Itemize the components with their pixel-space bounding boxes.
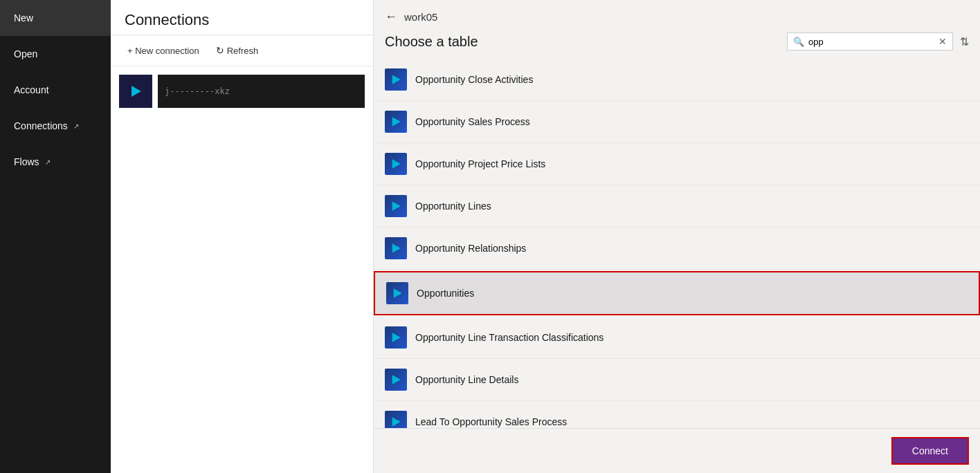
connections-header: Connections bbox=[111, 0, 373, 35]
sidebar-item-new-label: New bbox=[14, 12, 33, 24]
connections-external-icon: ↗ bbox=[73, 122, 79, 130]
play-icon bbox=[390, 200, 402, 212]
search-icon: 🔍 bbox=[793, 37, 804, 47]
table-icon bbox=[385, 153, 407, 175]
table-icon bbox=[385, 369, 407, 391]
connection-item[interactable]: j---------xkz bbox=[119, 75, 365, 108]
table-list-item[interactable]: Opportunity Relationships bbox=[374, 228, 980, 270]
sidebar-item-connections-label: Connections bbox=[14, 120, 68, 131]
sidebar-item-flows[interactable]: Flows ↗ bbox=[0, 144, 111, 180]
new-connection-button[interactable]: + New connection bbox=[122, 43, 205, 59]
new-connection-label: + New connection bbox=[127, 46, 199, 56]
svg-marker-3 bbox=[392, 159, 401, 169]
table-list-item[interactable]: Opportunity Line Transaction Classificat… bbox=[374, 317, 980, 359]
play-icon bbox=[390, 373, 402, 386]
table-list-item[interactable]: Opportunity Lines bbox=[374, 185, 980, 228]
sidebar-item-flows-label: Flows bbox=[14, 156, 39, 167]
svg-marker-5 bbox=[392, 243, 401, 253]
svg-marker-4 bbox=[392, 201, 401, 211]
play-icon bbox=[390, 331, 402, 344]
refresh-icon: ↻ bbox=[216, 45, 224, 56]
connect-button[interactable]: Connect bbox=[891, 437, 969, 465]
refresh-label: Refresh bbox=[227, 46, 259, 56]
table-name: Opportunity Line Transaction Classificat… bbox=[415, 332, 604, 343]
search-input[interactable] bbox=[808, 37, 934, 47]
table-icon bbox=[385, 68, 407, 91]
play-icon bbox=[390, 115, 402, 128]
table-icon bbox=[386, 282, 408, 304]
back-button[interactable]: ← bbox=[385, 10, 397, 24]
connections-toolbar: + New connection ↻ Refresh bbox=[111, 35, 373, 66]
table-list-item[interactable]: Opportunity Sales Process bbox=[374, 101, 980, 143]
play-icon bbox=[390, 73, 402, 86]
play-icon bbox=[390, 242, 402, 254]
table-icon bbox=[385, 237, 407, 259]
workspace-title: work05 bbox=[404, 11, 437, 23]
table-panel: ← work05 Choose a table 🔍 ✕ ⇅ Opportunit… bbox=[374, 0, 980, 473]
table-list: Opportunity Close Activities Opportunity… bbox=[374, 59, 980, 428]
search-clear-button[interactable]: ✕ bbox=[938, 36, 947, 47]
svg-marker-6 bbox=[394, 288, 402, 298]
sort-icon: ⇅ bbox=[960, 35, 969, 48]
sidebar-item-account-label: Account bbox=[14, 84, 49, 95]
back-icon: ← bbox=[385, 10, 397, 24]
table-name: Opportunity Lines bbox=[415, 201, 491, 212]
table-name: Opportunity Line Details bbox=[415, 374, 518, 385]
table-list-item[interactable]: Opportunity Line Details bbox=[374, 359, 980, 401]
play-icon bbox=[391, 287, 403, 299]
sort-button[interactable]: ⇅ bbox=[960, 35, 969, 48]
choose-table-title: Choose a table bbox=[385, 34, 478, 50]
refresh-button[interactable]: ↻ Refresh bbox=[210, 42, 264, 59]
svg-marker-9 bbox=[392, 417, 401, 427]
table-name: Opportunity Sales Process bbox=[415, 116, 530, 127]
table-list-item[interactable]: Lead To Opportunity Sales Process bbox=[374, 401, 980, 428]
table-name: Opportunity Close Activities bbox=[415, 74, 533, 85]
connection-label-box: j---------xkz bbox=[158, 75, 365, 108]
table-name: Opportunities bbox=[417, 288, 474, 299]
connections-title: Connections bbox=[125, 11, 209, 28]
table-panel-footer: Connect bbox=[374, 428, 980, 473]
svg-marker-1 bbox=[392, 75, 401, 84]
svg-marker-2 bbox=[392, 117, 401, 127]
table-icon bbox=[385, 326, 407, 349]
sidebar-item-connections[interactable]: Connections ↗ bbox=[0, 108, 111, 144]
svg-marker-0 bbox=[131, 86, 141, 97]
connection-display-text: j---------xkz bbox=[165, 86, 230, 96]
table-icon bbox=[385, 411, 407, 428]
choose-table-row: Choose a table 🔍 ✕ ⇅ bbox=[374, 30, 980, 59]
flows-external-icon: ↗ bbox=[45, 158, 51, 166]
table-list-container: Opportunity Close Activities Opportunity… bbox=[374, 59, 980, 428]
sidebar-item-open[interactable]: Open bbox=[0, 36, 111, 72]
connect-label: Connect bbox=[912, 445, 948, 456]
sidebar-item-account[interactable]: Account bbox=[0, 72, 111, 108]
play-icon bbox=[390, 416, 402, 428]
table-name: Opportunity Project Price Lists bbox=[415, 158, 545, 169]
table-list-item[interactable]: Opportunity Project Price Lists bbox=[374, 143, 980, 185]
table-icon bbox=[385, 195, 407, 217]
table-list-item[interactable]: Opportunities bbox=[374, 271, 980, 315]
sidebar-item-new[interactable]: New bbox=[0, 0, 111, 36]
table-list-item[interactable]: Opportunity Close Activities bbox=[374, 59, 980, 101]
sidebar-item-open-label: Open bbox=[14, 48, 37, 59]
table-icon bbox=[385, 111, 407, 133]
table-name: Opportunity Relationships bbox=[415, 243, 526, 254]
connection-icon-box bbox=[119, 75, 152, 108]
connection-list: j---------xkz bbox=[111, 66, 373, 116]
svg-marker-7 bbox=[392, 333, 401, 342]
table-name: Lead To Opportunity Sales Process bbox=[415, 416, 567, 427]
search-box: 🔍 ✕ bbox=[787, 33, 953, 50]
table-panel-header: ← work05 bbox=[374, 0, 980, 30]
connections-panel: Connections + New connection ↻ Refresh j… bbox=[111, 0, 374, 473]
sidebar: New Open Account Connections ↗ Flows ↗ bbox=[0, 0, 111, 473]
dataverse-icon bbox=[127, 83, 144, 100]
play-icon bbox=[390, 158, 402, 170]
svg-marker-8 bbox=[392, 375, 401, 384]
